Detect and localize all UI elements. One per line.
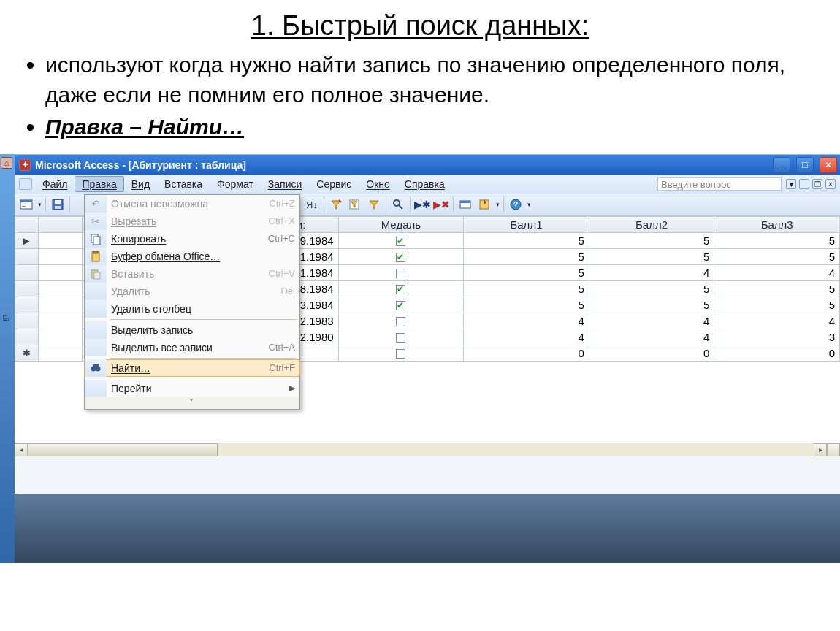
cell-b3[interactable]: 5 <box>714 280 840 297</box>
cell-b3[interactable]: 4 <box>714 313 840 329</box>
cell[interactable] <box>38 329 83 345</box>
row-selector[interactable] <box>15 264 39 280</box>
menu-select-all[interactable]: Выделить все записи Ctrl+A <box>85 339 299 356</box>
menu-office-clipboard[interactable]: Буфер обмена Office… <box>85 248 299 265</box>
cell-b1[interactable]: 5 <box>464 280 589 297</box>
scroll-thumb[interactable] <box>28 443 218 456</box>
menu-find[interactable]: Найти… Ctrl+F <box>84 359 300 377</box>
select-all-corner[interactable] <box>15 216 39 232</box>
cell[interactable] <box>38 345 83 361</box>
cell-b3[interactable]: 5 <box>714 297 840 313</box>
row-selector[interactable]: ✱ <box>15 345 39 361</box>
doc-restore-button[interactable]: ❐ <box>812 179 822 189</box>
cell[interactable] <box>38 264 83 280</box>
row-selector[interactable] <box>15 297 39 313</box>
cell-medal[interactable] <box>338 248 464 264</box>
filter-selection-button[interactable] <box>327 196 345 213</box>
cell-medal[interactable] <box>338 264 464 280</box>
cell-b2[interactable]: 5 <box>589 280 714 297</box>
cell-b2[interactable]: 5 <box>589 297 714 313</box>
control-box-icon[interactable] <box>19 178 32 190</box>
menu-paste[interactable]: Вставить Ctrl+V <box>85 265 299 283</box>
toolbar-overflow-icon[interactable]: ▾ <box>526 201 532 208</box>
cell-b1[interactable]: 5 <box>464 297 589 313</box>
cell-b1[interactable]: 5 <box>464 232 589 248</box>
menu-expand[interactable]: ˅ <box>85 397 299 409</box>
cell[interactable] <box>38 280 83 297</box>
menu-view[interactable]: Вид <box>124 176 157 192</box>
cell[interactable] <box>38 313 83 329</box>
cell-medal[interactable] <box>338 297 464 313</box>
minimize-button[interactable]: _ <box>773 157 790 173</box>
cell-b1[interactable]: 5 <box>464 248 589 264</box>
column-medal[interactable]: Медаль <box>338 216 464 232</box>
column-ball2[interactable]: Балл2 <box>589 216 714 232</box>
scroll-left-button[interactable]: ◂ <box>15 443 28 456</box>
cell-b1[interactable]: 4 <box>464 313 589 329</box>
menu-service[interactable]: Сервис <box>309 176 359 192</box>
menu-window[interactable]: Окно <box>359 176 397 192</box>
row-selector[interactable] <box>15 280 39 297</box>
cell-medal[interactable] <box>338 280 464 297</box>
dropdown-icon[interactable]: ▾ <box>495 201 500 208</box>
cell-b3[interactable]: 0 <box>714 345 840 361</box>
apply-filter-button[interactable] <box>365 196 383 213</box>
horizontal-scrollbar[interactable]: ◂ ▸ <box>15 443 840 456</box>
view-button[interactable] <box>18 196 35 213</box>
menu-goto[interactable]: Перейти ▶ <box>85 380 299 397</box>
column-ball1[interactable]: Балл1 <box>464 216 589 232</box>
cell[interactable] <box>38 248 83 264</box>
row-selector[interactable]: ▶ <box>15 232 39 248</box>
menu-file[interactable]: Файл <box>35 176 75 192</box>
help-search-box[interactable]: Введите вопрос <box>657 177 782 191</box>
scroll-right-button[interactable]: ▸ <box>814 443 827 456</box>
menu-records[interactable]: Записи <box>261 176 309 192</box>
cell-b1[interactable]: 4 <box>464 329 589 345</box>
cell-b3[interactable]: 3 <box>714 329 840 345</box>
cell[interactable] <box>38 297 83 313</box>
cell-medal[interactable] <box>338 329 464 345</box>
row-selector[interactable] <box>15 313 39 329</box>
cell-b2[interactable]: 5 <box>589 248 714 264</box>
cell-medal[interactable] <box>338 232 464 248</box>
find-button[interactable] <box>389 196 407 213</box>
save-button[interactable] <box>49 196 66 213</box>
cell-medal[interactable] <box>338 313 464 329</box>
menu-copy[interactable]: Копировать Ctrl+C <box>85 230 299 248</box>
column-ball3[interactable]: Балл3 <box>714 216 840 232</box>
cell-b3[interactable]: 5 <box>714 248 840 264</box>
menu-insert[interactable]: Вставка <box>157 176 210 192</box>
help-button[interactable]: ? <box>507 196 524 213</box>
column-blank[interactable] <box>38 216 83 232</box>
menu-select-record[interactable]: Выделить запись <box>85 321 299 339</box>
help-dropdown-icon[interactable]: ▾ <box>786 179 796 189</box>
doc-close-button[interactable]: × <box>825 179 836 189</box>
cell-b1[interactable]: 0 <box>464 345 589 361</box>
cell-b3[interactable]: 5 <box>714 232 840 248</box>
delete-record-button[interactable]: ▶✖ <box>432 196 450 213</box>
cell[interactable] <box>38 232 83 248</box>
menu-delete[interactable]: Удалить Del <box>85 283 299 300</box>
row-selector[interactable] <box>15 248 39 264</box>
doc-minimize-button[interactable]: _ <box>799 179 809 189</box>
new-object-button[interactable] <box>476 196 493 213</box>
maximize-button[interactable]: □ <box>796 157 814 173</box>
menu-cut[interactable]: ✂ Вырезать Ctrl+X <box>85 213 299 230</box>
new-record-button[interactable]: ▶✱ <box>413 196 431 213</box>
cell-b2[interactable]: 0 <box>589 345 714 361</box>
cell-b1[interactable]: 5 <box>464 264 589 280</box>
cell-b2[interactable]: 4 <box>589 313 714 329</box>
row-selector[interactable] <box>15 329 39 345</box>
menu-format[interactable]: Формат <box>210 176 261 192</box>
menu-edit[interactable]: Правка <box>75 176 123 192</box>
database-window-button[interactable] <box>457 196 474 213</box>
menu-help[interactable]: Справка <box>397 176 452 192</box>
cell-b2[interactable]: 4 <box>589 264 714 280</box>
filter-form-button[interactable] <box>346 196 364 213</box>
menu-undo[interactable]: ↶ Отмена невозможна Ctrl+Z <box>85 195 299 213</box>
dropdown-icon[interactable]: ▾ <box>37 201 42 208</box>
sort-desc-button[interactable]: Я↓ <box>303 196 321 213</box>
menu-delete-column[interactable]: Удалить столбец <box>85 300 299 318</box>
cell-b3[interactable]: 4 <box>714 264 840 280</box>
cell-medal[interactable] <box>338 345 464 361</box>
